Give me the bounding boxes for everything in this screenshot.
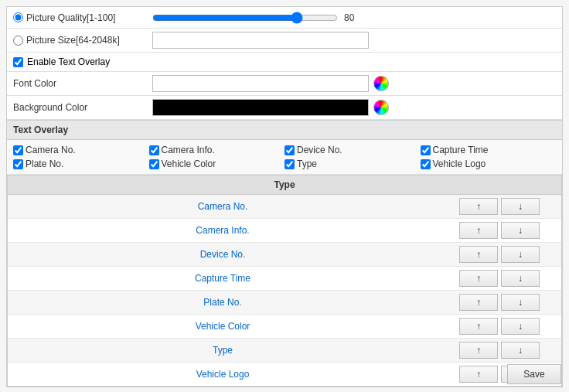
picture-size-content: 1024 bbox=[152, 32, 556, 49]
plate-no-up-btn[interactable]: ↑ bbox=[459, 294, 498, 311]
picture-size-label: Picture Size[64-2048k] bbox=[26, 35, 120, 46]
background-color-input[interactable] bbox=[152, 99, 369, 116]
font-color-picker[interactable] bbox=[373, 76, 389, 91]
picture-size-radio[interactable] bbox=[13, 36, 23, 46]
table-row: Type ↑ ↓ bbox=[8, 339, 561, 363]
picture-quality-slider[interactable] bbox=[152, 12, 338, 24]
plate-no-down-btn[interactable]: ↓ bbox=[501, 294, 540, 311]
camera-no-down-btn[interactable]: ↓ bbox=[501, 198, 540, 215]
checkbox-camera-no: Camera No. bbox=[13, 145, 149, 155]
text-overlay-section-header: Text Overlay bbox=[7, 120, 562, 140]
checkbox-vehicle-logo: Vehicle Logo bbox=[421, 159, 557, 169]
row-capture-time-actions: ↑ ↓ bbox=[438, 267, 561, 290]
table-row: Plate No. ↑ ↓ bbox=[8, 291, 561, 315]
row-camera-no-actions: ↑ ↓ bbox=[438, 195, 561, 218]
enable-text-overlay-label: Enable Text Overlay bbox=[27, 56, 110, 67]
checkbox-type-input[interactable] bbox=[284, 159, 295, 169]
row-vehicle-color: Vehicle Color bbox=[8, 318, 438, 335]
background-color-picker[interactable] bbox=[373, 100, 389, 115]
table-row: Camera Info. ↑ ↓ bbox=[8, 219, 561, 243]
picture-quality-slider-container: 80 bbox=[152, 12, 556, 24]
row-camera-info-actions: ↑ ↓ bbox=[438, 219, 561, 242]
checkbox-plate-no: Plate No. bbox=[13, 159, 149, 169]
background-color-label: Background Color bbox=[13, 102, 152, 113]
checkbox-plate-no-input[interactable] bbox=[13, 159, 23, 169]
picture-quality-label: Picture Quality[1-100] bbox=[26, 12, 115, 23]
type-up-btn[interactable]: ↑ bbox=[459, 342, 498, 359]
camera-info-up-btn[interactable]: ↑ bbox=[459, 222, 498, 239]
type-table: Type Camera No. ↑ ↓ Camera Info. ↑ ↓ Dev… bbox=[7, 175, 562, 387]
font-color-row: Font Color bbox=[7, 72, 562, 96]
table-row: Capture Time ↑ ↓ bbox=[8, 267, 561, 291]
checkbox-type: Type bbox=[284, 159, 421, 169]
row-capture-time: Capture Time bbox=[8, 270, 438, 287]
row-device-no-actions: ↑ ↓ bbox=[438, 243, 561, 266]
camera-no-up-btn[interactable]: ↑ bbox=[459, 198, 498, 215]
checkbox-vehicle-color-input[interactable] bbox=[149, 159, 159, 169]
table-row: Device No. ↑ ↓ bbox=[8, 243, 561, 267]
checkbox-device-no: Device No. bbox=[284, 145, 421, 155]
table-row: Camera No. ↑ ↓ bbox=[8, 195, 561, 219]
font-color-content bbox=[152, 75, 556, 92]
table-row: Vehicle Color ↑ ↓ bbox=[8, 315, 561, 339]
row-camera-info: Camera Info. bbox=[8, 222, 438, 239]
checkbox-capture-time: Capture Time bbox=[421, 145, 557, 155]
checkbox-device-no-input[interactable] bbox=[284, 145, 295, 155]
capture-time-down-btn[interactable]: ↓ bbox=[501, 270, 540, 287]
checkbox-camera-info-input[interactable] bbox=[149, 145, 159, 155]
picture-quality-value: 80 bbox=[344, 12, 354, 23]
capture-time-up-btn[interactable]: ↑ bbox=[459, 270, 498, 287]
row-vehicle-logo: Vehicle Logo bbox=[8, 366, 438, 383]
device-no-down-btn[interactable]: ↓ bbox=[501, 246, 540, 263]
checkbox-vehicle-color: Vehicle Color bbox=[149, 159, 285, 169]
font-color-label: Font Color bbox=[13, 78, 152, 89]
picture-quality-radio[interactable] bbox=[13, 12, 23, 22]
row-camera-no: Camera No. bbox=[8, 198, 438, 215]
picture-quality-row: Picture Quality[1-100] 80 bbox=[7, 7, 562, 29]
device-no-up-btn[interactable]: ↑ bbox=[459, 246, 498, 263]
font-color-input[interactable] bbox=[152, 75, 369, 92]
vehicle-color-down-btn[interactable]: ↓ bbox=[501, 318, 540, 335]
background-color-row: Background Color bbox=[7, 96, 562, 120]
checkbox-camera-info: Camera Info. bbox=[149, 145, 285, 155]
picture-size-label-container: Picture Size[64-2048k] bbox=[13, 35, 152, 46]
checkbox-camera-no-input[interactable] bbox=[13, 145, 23, 155]
row-type: Type bbox=[8, 342, 438, 359]
row-vehicle-color-actions: ↑ ↓ bbox=[438, 315, 561, 338]
row-plate-no-actions: ↑ ↓ bbox=[438, 291, 561, 314]
save-btn-container: Save bbox=[507, 364, 561, 384]
row-type-actions: ↑ ↓ bbox=[438, 339, 561, 362]
picture-size-input[interactable]: 1024 bbox=[152, 32, 369, 49]
type-down-btn[interactable]: ↓ bbox=[501, 342, 540, 359]
picture-quality-label-container: Picture Quality[1-100] bbox=[13, 12, 152, 23]
save-button[interactable]: Save bbox=[507, 364, 561, 384]
enable-text-overlay-row: Enable Text Overlay bbox=[7, 53, 562, 72]
checkbox-vehicle-logo-input[interactable] bbox=[421, 159, 431, 169]
row-device-no: Device No. bbox=[8, 246, 438, 263]
camera-info-down-btn[interactable]: ↓ bbox=[501, 222, 540, 239]
enable-text-overlay-checkbox[interactable] bbox=[13, 57, 23, 67]
vehicle-color-up-btn[interactable]: ↑ bbox=[459, 318, 498, 335]
row-plate-no: Plate No. bbox=[8, 294, 438, 311]
checkbox-capture-time-input[interactable] bbox=[421, 145, 431, 155]
table-header: Type bbox=[8, 176, 561, 195]
background-color-content bbox=[152, 99, 556, 116]
settings-panel: Picture Quality[1-100] 80 Picture Size[6… bbox=[6, 6, 563, 387]
table-row: Vehicle Logo ↑ ↓ bbox=[8, 363, 561, 386]
vehicle-logo-up-btn[interactable]: ↑ bbox=[459, 366, 498, 383]
checkboxes-container: Camera No. Camera Info. Device No. Captu… bbox=[7, 140, 562, 175]
picture-size-row: Picture Size[64-2048k] 1024 bbox=[7, 29, 562, 53]
main-container: Picture Quality[1-100] 80 Picture Size[6… bbox=[0, 0, 569, 392]
